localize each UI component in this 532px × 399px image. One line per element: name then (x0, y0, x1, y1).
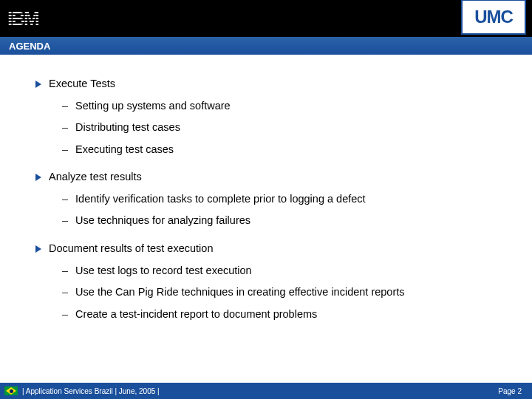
title-bar: AGENDA (0, 37, 532, 55)
slide-title: AGENDA (9, 41, 50, 52)
dash-icon: – (62, 143, 68, 157)
list-item: –Use test logs to record test execution (62, 264, 502, 279)
list-item-text: Create a test-incident report to documen… (75, 307, 317, 322)
list-item: –Use techniques for analyzing failures (62, 214, 502, 228)
umc-badge: UMC (461, 0, 526, 35)
sub-list: –Identify verification tasks to complete… (35, 192, 502, 228)
list-item-text: Distributing test cases (75, 120, 180, 135)
list-item-text: Executing test cases (75, 143, 174, 157)
brazil-flag-icon (4, 386, 18, 395)
page-number: Page 2 (498, 387, 522, 395)
dash-icon: – (62, 120, 68, 135)
umc-logo-text: UMC (474, 7, 513, 27)
section-heading-row: Analyze test results (35, 170, 502, 185)
section: Document results of test execution –Use … (35, 242, 502, 321)
section: Execute Tests –Setting up systems and so… (35, 77, 502, 157)
arrow-right-icon (35, 81, 41, 88)
sub-list: –Use test logs to record test execution … (35, 264, 502, 322)
list-item: –Setting up systems and software (62, 99, 502, 114)
dash-icon: – (62, 192, 68, 207)
list-item: –Use the Can Pig Ride techniques in crea… (62, 285, 502, 300)
dash-icon: – (62, 307, 68, 322)
list-item-text: Setting up systems and software (75, 99, 231, 114)
arrow-right-icon (35, 174, 41, 181)
section-heading-row: Document results of test execution (35, 242, 502, 256)
dash-icon: – (62, 99, 68, 114)
list-item-text: Use the Can Pig Ride techniques in creat… (75, 285, 404, 300)
footer-text: | Application Services Brazil | June, 20… (22, 387, 160, 395)
section-heading: Analyze test results (49, 170, 142, 185)
list-item: –Create a test-incident report to docume… (62, 307, 502, 322)
section-heading: Execute Tests (49, 77, 115, 92)
section-heading-row: Execute Tests (35, 77, 502, 92)
slide-footer: | Application Services Brazil | June, 20… (0, 383, 532, 399)
list-item-text: Use techniques for analyzing failures (75, 214, 250, 228)
sub-list: –Setting up systems and software –Distri… (35, 99, 502, 157)
arrow-right-icon (35, 245, 41, 253)
section-heading: Document results of test execution (49, 242, 213, 256)
list-item-text: Use test logs to record test execution (75, 264, 252, 279)
dash-icon: – (62, 285, 68, 300)
list-item: –Identify verification tasks to complete… (62, 192, 502, 207)
dash-icon: – (62, 214, 68, 228)
section: Analyze test results –Identify verificat… (35, 170, 502, 228)
list-item: –Distributing test cases (62, 120, 502, 135)
list-item-text: Identify verification tasks to complete … (75, 192, 366, 207)
slide-header: IBM UMC (0, 0, 532, 37)
slide-body: Execute Tests –Setting up systems and so… (0, 55, 532, 342)
dash-icon: – (62, 264, 68, 279)
footer-left: | Application Services Brazil | June, 20… (4, 386, 160, 395)
list-item: –Executing test cases (62, 143, 502, 157)
ibm-logo: IBM (7, 7, 38, 30)
